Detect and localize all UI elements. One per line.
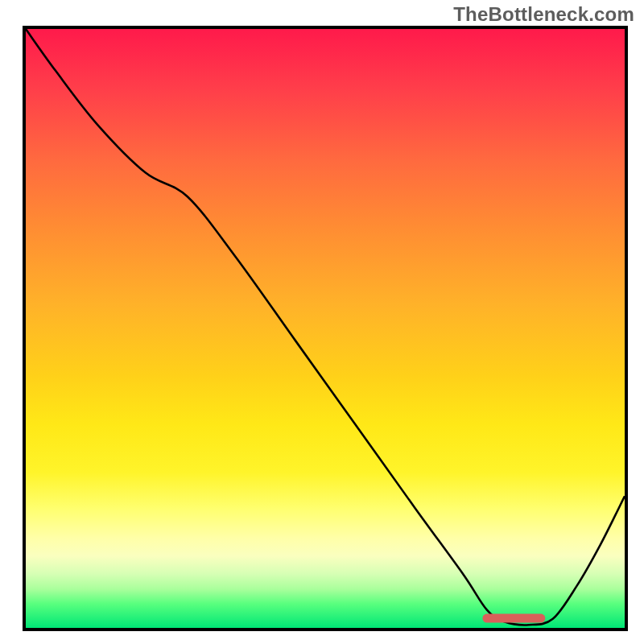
- watermark-text: TheBottleneck.com: [453, 3, 634, 26]
- plot-area: [23, 26, 628, 631]
- curve-layer: [26, 29, 625, 628]
- bottleneck-curve: [26, 29, 625, 625]
- chart-container: TheBottleneck.com: [0, 0, 644, 644]
